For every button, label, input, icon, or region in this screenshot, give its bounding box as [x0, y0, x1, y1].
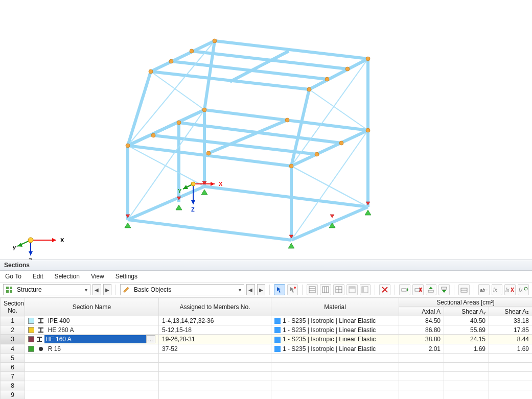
cell-section-name[interactable]: … — [25, 335, 159, 344]
pencil-icon — [122, 285, 131, 294]
cell-shear-z[interactable]: 1.69 — [489, 344, 533, 354]
col-axial[interactable]: Axial A — [399, 307, 444, 316]
row-header[interactable]: 3 — [1, 335, 25, 344]
cell-section-name[interactable]: IPE 400 — [25, 316, 159, 325]
row-delete-button[interactable] — [412, 284, 424, 295]
section-shape-icon — [38, 327, 44, 333]
cell-shear-y[interactable]: 24.15 — [444, 335, 489, 344]
menu-goto[interactable]: Go To — [3, 272, 24, 281]
nav-next-right[interactable]: ▶ — [257, 284, 265, 295]
cell-material[interactable]: 1 - S235 | Isotropic | Linear Elastic — [271, 344, 399, 354]
svg-rect-107 — [442, 287, 447, 289]
col-shear-z[interactable]: Shear A₂ — [489, 307, 533, 316]
structure-combo[interactable]: Structure ▾ — [3, 284, 90, 295]
nav-prev-left[interactable]: ◀ — [92, 284, 101, 295]
row-up-button[interactable] — [426, 284, 437, 295]
svg-point-45 — [289, 164, 293, 168]
table-row[interactable]: 6 — [1, 363, 533, 372]
table-tool-4[interactable] — [346, 284, 358, 295]
fx-button[interactable]: fx — [492, 284, 503, 295]
col-section-name[interactable]: Section Name — [25, 298, 159, 316]
cell-axial[interactable]: 84.50 — [399, 316, 444, 325]
row-header[interactable]: 2 — [1, 325, 25, 335]
table-tool-5[interactable] — [360, 284, 371, 295]
table-row[interactable]: 4 R 16 37-52 1 - S235 | Isotropic | Line… — [1, 344, 533, 354]
model-viewport[interactable]: X Y Z X Y Z — [0, 0, 532, 260]
table-tool-3[interactable] — [333, 284, 344, 295]
menu-edit[interactable]: Edit — [31, 272, 45, 281]
cell-shear-y[interactable]: 1.69 — [444, 344, 489, 354]
menu-settings[interactable]: Settings — [113, 272, 140, 281]
table-tool-2[interactable] — [320, 284, 331, 295]
table-row[interactable]: 3 … 19-26,28-31 1 - S235 | Isotropic | L… — [1, 335, 533, 344]
cell-assigned[interactable]: 5-12,15-18 — [159, 325, 271, 335]
menu-selection[interactable]: Selection — [53, 272, 82, 281]
rename-button[interactable]: ab= — [478, 284, 490, 295]
cell-shear-y[interactable]: 40.50 — [444, 316, 489, 325]
col-section-no[interactable]: Section No. — [1, 298, 25, 316]
cell-shear-z[interactable]: 8.44 — [489, 335, 533, 344]
svg-rect-105 — [428, 290, 433, 292]
delete-button[interactable] — [379, 284, 390, 295]
col-assigned[interactable]: Assigned to Members No. — [159, 298, 271, 316]
svg-text:fx: fx — [493, 287, 498, 293]
clear-button[interactable] — [458, 284, 470, 295]
cell-axial[interactable]: 38.80 — [399, 335, 444, 344]
material-swatch — [274, 337, 281, 343]
col-material[interactable]: Material — [271, 298, 399, 316]
svg-marker-56 — [365, 210, 371, 215]
row-down-button[interactable] — [438, 284, 450, 295]
table-row[interactable]: 7 — [1, 372, 533, 381]
panel-title: Sections — [0, 260, 532, 271]
cell-axial[interactable]: 2.01 — [399, 344, 444, 354]
cell-assigned[interactable]: 1-4,13,14,27,32-36 — [159, 316, 271, 325]
cell-section-name[interactable]: HE 260 A — [25, 325, 159, 335]
picker-button[interactable]: … — [146, 335, 155, 343]
table-row[interactable]: 2 HE 260 A 5-12,15-18 1 - S235 | Isotrop… — [1, 325, 533, 335]
row-header[interactable]: 6 — [1, 363, 25, 372]
cell-shear-z[interactable]: 33.18 — [489, 316, 533, 325]
col-shear-y[interactable]: Shear Aᵧ — [444, 307, 489, 316]
cell-section-name[interactable]: R 16 — [25, 344, 159, 354]
row-header[interactable]: 8 — [1, 381, 25, 390]
row-insert-button[interactable] — [399, 284, 410, 295]
row-header[interactable]: 5 — [1, 354, 25, 363]
svg-point-46 — [366, 128, 370, 132]
svg-marker-65 — [330, 215, 334, 218]
col-group-areas[interactable]: Sectional Areas [cm²] — [399, 298, 533, 307]
table-row[interactable]: 5 — [1, 354, 533, 363]
section-name-input[interactable] — [44, 335, 146, 343]
fx-remove-button[interactable]: fx — [504, 284, 516, 295]
svg-rect-82 — [6, 290, 9, 293]
row-header[interactable]: 1 — [1, 316, 25, 325]
objects-combo[interactable]: Basic Objects ▾ — [120, 284, 244, 295]
cell-axial[interactable]: 86.80 — [399, 325, 444, 335]
sections-table[interactable]: Section No. Section Name Assigned to Mem… — [0, 297, 532, 399]
cell-shear-z[interactable]: 17.85 — [489, 325, 533, 335]
row-header[interactable]: 7 — [1, 372, 25, 381]
cell-material[interactable]: 1 - S235 | Isotropic | Linear Elastic — [271, 316, 399, 325]
nav-next-left[interactable]: ▶ — [103, 284, 111, 295]
cell-shear-y[interactable]: 55.69 — [444, 325, 489, 335]
svg-point-79 — [28, 238, 33, 243]
table-row[interactable]: 1 IPE 400 1-4,13,14,27,32-36 1 - S235 | … — [1, 316, 533, 325]
fx-settings-button[interactable]: fx — [518, 284, 529, 295]
section-name-edit[interactable]: … — [28, 335, 155, 343]
panel-menubar: Go To Edit Selection View Settings — [0, 271, 532, 283]
toggle-select-a[interactable] — [274, 284, 285, 295]
svg-text:fx: fx — [519, 287, 523, 293]
menu-view[interactable]: View — [89, 272, 106, 281]
nav-prev-right[interactable]: ◀ — [246, 284, 255, 295]
row-header[interactable]: 9 — [1, 390, 25, 400]
row-header[interactable]: 4 — [1, 344, 25, 354]
table-row[interactable]: 9 — [1, 390, 533, 400]
cell-material[interactable]: 1 - S235 | Isotropic | Linear Elastic — [271, 325, 399, 335]
cell-assigned[interactable]: 19-26,28-31 — [159, 335, 271, 344]
table-tool-1[interactable] — [307, 284, 318, 295]
cell-assigned[interactable]: 37-52 — [159, 344, 271, 354]
cell-material[interactable]: 1 - S235 | Isotropic | Linear Elastic — [271, 335, 399, 344]
toggle-select-b[interactable] — [287, 284, 298, 295]
svg-rect-89 — [322, 287, 329, 293]
table-row[interactable]: 8 — [1, 381, 533, 390]
svg-rect-101 — [402, 289, 406, 291]
